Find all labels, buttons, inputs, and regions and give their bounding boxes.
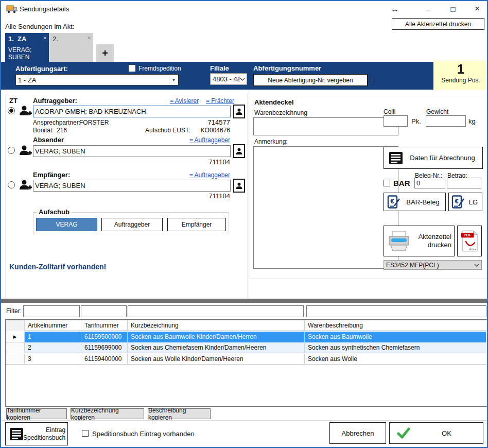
col-selector-header <box>6 320 25 331</box>
absender-auftraggeber-link[interactable]: = Auftraggeber <box>185 136 230 144</box>
abfertigungsnummer-label: Abfertigungsnummer <box>253 64 321 72</box>
absender-add-person-icon[interactable] <box>19 144 32 157</box>
filter-artikelnummer-input[interactable] <box>23 305 80 317</box>
cell-tarifnummer[interactable]: 61159699000 <box>81 342 128 353</box>
copy-tarifnummer-button[interactable]: Tarifnummer kopieren <box>6 408 67 419</box>
empfaenger-auftraggeber-link[interactable]: = Auftraggeber <box>185 171 230 179</box>
col-kurzbezeichnung[interactable]: Kurzbezeichnung <box>128 320 305 331</box>
fraechter-link[interactable]: = Frächter <box>206 97 234 105</box>
auftraggeber-number: 714577 <box>179 118 230 126</box>
printer-select[interactable]: ES3452 MFP(PCL) <box>384 260 482 270</box>
absender-radio[interactable] <box>8 147 15 154</box>
add-tab-button[interactable]: + <box>96 44 114 62</box>
absender-input[interactable] <box>33 145 231 157</box>
copy-kurzbezeichnung-button[interactable]: Kurzbezeichnung kopieren <box>71 408 144 419</box>
table-row-3[interactable]: 3 61159400000 Socken aus Wolle Kinder/Da… <box>6 354 487 365</box>
cell-kurzbezeichnung[interactable]: Socken aus Baumwolle Kinder/Damen/Herren <box>128 332 305 342</box>
person-icon <box>235 182 243 189</box>
empfaenger-input[interactable] <box>33 180 231 192</box>
betrag-input[interactable] <box>447 178 481 188</box>
cell-kurzbezeichnung[interactable]: Socken aus Wolle Kinder/Damen/Heeren <box>128 354 305 365</box>
avisierer-link[interactable]: = Avisierer <box>170 97 199 105</box>
auftraggeber-radio[interactable] <box>8 107 15 114</box>
cell-warenbeschreibung[interactable]: Socken aus synthetischen Chemiefasern <box>305 342 486 353</box>
col-warenbeschreibung[interactable]: Warenbeschreibung <box>305 320 486 331</box>
maximize-icon[interactable]: □ <box>445 3 461 14</box>
warenbezeichnung-input[interactable] <box>253 117 398 135</box>
daten-abrechnung-button[interactable]: Daten für Abrechnung <box>384 147 483 169</box>
neue-abfertigungsnr-button[interactable]: Neue Abfertigung-Nr. vergeben <box>253 74 368 86</box>
col-artikelnummer[interactable]: Artikelnummer <box>25 320 81 331</box>
empfaenger-add-person-icon[interactable] <box>19 178 32 192</box>
cell-tarifnummer[interactable]: 61159400000 <box>81 354 128 365</box>
filter-tarifnummer-input[interactable] <box>81 305 127 317</box>
empfaenger-radio[interactable] <box>8 181 15 188</box>
auftraggeber-add-person-icon[interactable] <box>19 104 32 117</box>
filiale-label: Filiale <box>210 64 229 72</box>
auftraggeber-input[interactable] <box>33 106 231 117</box>
abbrechen-button[interactable]: Abbrechen <box>329 422 386 444</box>
table-row-2[interactable]: 2 61159699000 Socken aus Chemiefasern Ki… <box>6 342 487 353</box>
row-selector[interactable] <box>6 354 25 365</box>
copy-beschreibung-button[interactable]: Beschreibung kopieren <box>148 408 211 419</box>
colli-label: Colli <box>384 108 395 115</box>
beleg-nr-input[interactable] <box>414 178 445 188</box>
empfaenger-person-button[interactable] <box>233 179 245 193</box>
bar-label: BAR <box>393 179 410 187</box>
pdf-export-button[interactable]: PDF Adobe <box>457 226 482 256</box>
ansprechpartner-value: FORSTER <box>79 119 109 126</box>
cell-warenbeschreibung[interactable]: Socken aus Baumwolle <box>305 332 486 342</box>
absender-label: Absender <box>33 136 64 144</box>
table-row-1[interactable]: ▶ 1 61159500000 Socken aus Baumwolle Kin… <box>6 332 487 342</box>
filiale-chevron-down-icon[interactable] <box>240 78 245 81</box>
filter-kurzbezeichnung-input[interactable] <box>128 305 304 317</box>
aufschub-empfaenger-button[interactable]: Empfänger <box>167 218 226 231</box>
filter-warenbeschreibung-input[interactable] <box>306 305 486 317</box>
printer-chevron-down-icon[interactable] <box>474 264 479 267</box>
bar-checkbox[interactable] <box>384 180 390 186</box>
list-icon <box>10 428 23 440</box>
cell-tarifnummer[interactable]: 61159500000 <box>81 332 128 342</box>
aufschub-verag-button[interactable]: VERAG <box>36 218 97 231</box>
tab-sendung-1[interactable]: 1. ZA × VERAG; SUBEN <box>5 33 49 62</box>
tab-1-subtitle: VERAG; SUBEN <box>8 46 31 61</box>
alle-aktenzettel-drucken-button[interactable]: Alle Aktenzettel drucken <box>392 18 484 30</box>
cell-warenbeschreibung[interactable]: Socken aus Wolle <box>305 354 486 365</box>
close-icon[interactable]: × <box>469 3 485 14</box>
col-tarifnummer[interactable]: Tarifnummer <box>81 320 128 331</box>
ok-button[interactable]: OK <box>389 422 483 444</box>
tab-2-close-icon[interactable]: × <box>87 34 91 42</box>
abfertigungsart-select[interactable]: 1 - ZA ▾ <box>15 74 179 85</box>
cell-artikelnummer[interactable]: 2 <box>25 342 81 353</box>
minimize-icon[interactable]: – <box>421 3 436 14</box>
cell-artikelnummer[interactable]: 1 <box>25 332 81 342</box>
aufschub-eust-value: KO004676 <box>179 127 230 134</box>
bar-beleg-button[interactable]: € BAR-Beleg <box>384 193 446 211</box>
speditionsbuch-checkbox[interactable] <box>82 430 89 437</box>
sendungsdetails-window: Sendungsdetails ↔ – □ × Alle Sendungen i… <box>0 0 488 448</box>
filiale-select[interactable]: 4803 - 480 <box>210 73 247 85</box>
auftraggeber-person-button[interactable] <box>233 105 245 118</box>
gewicht-input[interactable] <box>426 115 466 127</box>
aktenzettel-drucken-button[interactable]: Aktenzettel drucken <box>384 226 455 256</box>
resize-icon[interactable]: ↔ <box>387 3 403 14</box>
cell-kurzbezeichnung[interactable]: Socken aus Chemiefasern Kinder/Damen/Hee… <box>128 342 305 353</box>
absender-person-button[interactable] <box>233 144 245 158</box>
warenbezeichnung-label: Warenbezeichnung <box>254 109 307 116</box>
tab-1-close-icon[interactable]: × <box>43 34 47 42</box>
eintrag-speditionsbuch-button[interactable]: Eintrag Speditionsbuch <box>5 422 68 445</box>
fremdspedition-label: Fremdspedition <box>138 65 181 72</box>
cell-artikelnummer[interactable]: 3 <box>25 354 81 365</box>
panel-divider <box>249 90 249 299</box>
empfaenger-label: Empfänger: <box>33 171 70 179</box>
aufschub-auftraggeber-button[interactable]: Auftraggeber <box>101 218 163 231</box>
anmerkung-input[interactable] <box>253 146 398 269</box>
abfertigungsart-dropdown-icon[interactable]: ▾ <box>169 75 178 85</box>
tab-sendung-2[interactable]: 2. × <box>49 33 93 62</box>
speditionsbuch-line2: Speditionsbuch <box>23 434 65 442</box>
fremdspedition-checkbox[interactable] <box>129 65 135 72</box>
lg-button[interactable]: € LG <box>448 193 482 211</box>
bonitaet-value: 216 <box>57 127 67 134</box>
colli-input[interactable] <box>384 115 408 127</box>
row-selector[interactable] <box>6 342 25 353</box>
